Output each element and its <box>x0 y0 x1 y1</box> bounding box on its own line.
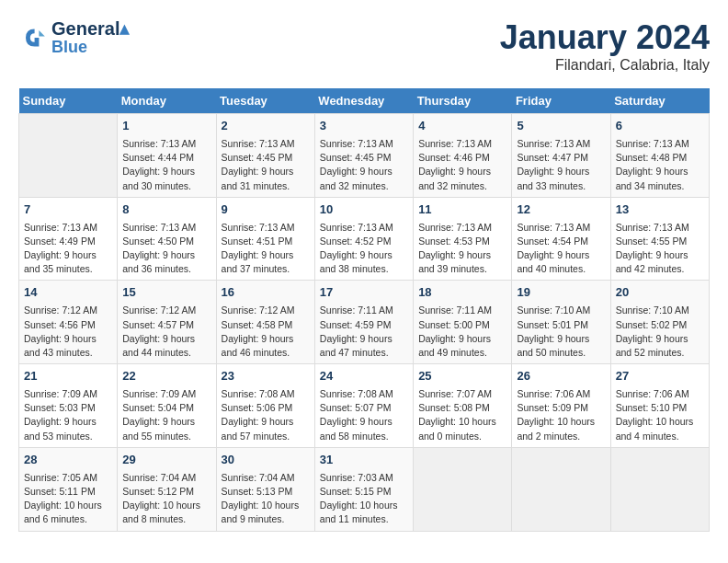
calendar-cell: 18Sunrise: 7:11 AM Sunset: 5:00 PM Dayli… <box>414 281 512 364</box>
weekday-header-wednesday: Wednesday <box>314 88 413 114</box>
calendar-cell: 3Sunrise: 7:13 AM Sunset: 4:45 PM Daylig… <box>314 114 413 198</box>
day-info: Sunrise: 7:11 AM Sunset: 5:00 PM Dayligh… <box>418 304 506 360</box>
calendar-cell: 8Sunrise: 7:13 AM Sunset: 4:50 PM Daylig… <box>118 197 216 281</box>
day-number: 26 <box>517 368 605 385</box>
day-number: 8 <box>122 201 210 219</box>
calendar-week-1: 1Sunrise: 7:13 AM Sunset: 4:44 PM Daylig… <box>19 114 710 198</box>
day-info: Sunrise: 7:04 AM Sunset: 5:12 PM Dayligh… <box>122 471 210 527</box>
location-title: Filandari, Calabria, Italy <box>500 57 710 74</box>
day-info: Sunrise: 7:12 AM Sunset: 4:58 PM Dayligh… <box>222 304 310 360</box>
weekday-header-monday: Monday <box>118 88 216 114</box>
weekday-header-friday: Friday <box>512 88 610 114</box>
day-number: 5 <box>517 118 605 135</box>
month-title: January 2024 <box>500 18 710 57</box>
day-info: Sunrise: 7:11 AM Sunset: 4:59 PM Dayligh… <box>320 304 408 360</box>
title-block: January 2024 Filandari, Calabria, Italy <box>500 18 710 74</box>
calendar-cell: 6Sunrise: 7:13 AM Sunset: 4:48 PM Daylig… <box>610 114 709 198</box>
day-number: 29 <box>122 452 210 469</box>
day-number: 13 <box>616 201 704 219</box>
calendar-cell <box>512 447 610 531</box>
calendar-cell: 11Sunrise: 7:13 AM Sunset: 4:53 PM Dayli… <box>414 197 512 281</box>
day-number: 28 <box>24 452 112 469</box>
calendar-cell: 31Sunrise: 7:03 AM Sunset: 5:15 PM Dayli… <box>314 447 413 531</box>
day-number: 14 <box>24 284 112 302</box>
day-number: 25 <box>418 368 506 385</box>
day-number: 16 <box>222 284 310 302</box>
logo-text: General▴ Blue <box>51 18 129 57</box>
day-number: 3 <box>320 118 408 135</box>
day-info: Sunrise: 7:13 AM Sunset: 4:44 PM Dayligh… <box>122 137 210 193</box>
logo: General▴ Blue <box>18 18 129 57</box>
day-info: Sunrise: 7:13 AM Sunset: 4:46 PM Dayligh… <box>418 137 506 193</box>
day-info: Sunrise: 7:12 AM Sunset: 4:57 PM Dayligh… <box>122 304 210 360</box>
calendar-cell: 2Sunrise: 7:13 AM Sunset: 4:45 PM Daylig… <box>216 114 314 198</box>
day-number: 9 <box>222 201 310 219</box>
day-info: Sunrise: 7:06 AM Sunset: 5:10 PM Dayligh… <box>616 387 704 443</box>
weekday-header-tuesday: Tuesday <box>216 88 314 114</box>
weekday-header-thursday: Thursday <box>414 88 512 114</box>
day-info: Sunrise: 7:07 AM Sunset: 5:08 PM Dayligh… <box>418 387 506 443</box>
day-number: 15 <box>122 284 210 302</box>
logo-icon <box>18 23 48 52</box>
calendar-week-3: 14Sunrise: 7:12 AM Sunset: 4:56 PM Dayli… <box>19 281 710 364</box>
day-info: Sunrise: 7:08 AM Sunset: 5:06 PM Dayligh… <box>222 387 310 443</box>
calendar-body: 1Sunrise: 7:13 AM Sunset: 4:44 PM Daylig… <box>19 114 710 532</box>
day-number: 21 <box>24 368 112 385</box>
day-info: Sunrise: 7:10 AM Sunset: 5:01 PM Dayligh… <box>517 304 605 360</box>
day-number: 4 <box>418 118 506 135</box>
day-number: 23 <box>222 368 310 385</box>
day-info: Sunrise: 7:12 AM Sunset: 4:56 PM Dayligh… <box>24 304 112 360</box>
day-info: Sunrise: 7:06 AM Sunset: 5:09 PM Dayligh… <box>517 387 605 443</box>
calendar-cell: 27Sunrise: 7:06 AM Sunset: 5:10 PM Dayli… <box>610 364 709 448</box>
day-info: Sunrise: 7:13 AM Sunset: 4:55 PM Dayligh… <box>616 221 704 277</box>
calendar-cell <box>610 447 709 531</box>
day-info: Sunrise: 7:13 AM Sunset: 4:48 PM Dayligh… <box>616 137 704 193</box>
day-info: Sunrise: 7:13 AM Sunset: 4:53 PM Dayligh… <box>418 221 506 277</box>
day-info: Sunrise: 7:04 AM Sunset: 5:13 PM Dayligh… <box>222 471 310 527</box>
calendar-week-4: 21Sunrise: 7:09 AM Sunset: 5:03 PM Dayli… <box>19 364 710 448</box>
day-number: 17 <box>320 284 408 302</box>
day-number: 10 <box>320 201 408 219</box>
calendar-cell: 20Sunrise: 7:10 AM Sunset: 5:02 PM Dayli… <box>610 281 709 364</box>
calendar-cell: 12Sunrise: 7:13 AM Sunset: 4:54 PM Dayli… <box>512 197 610 281</box>
calendar-cell <box>19 114 118 198</box>
calendar-cell: 21Sunrise: 7:09 AM Sunset: 5:03 PM Dayli… <box>19 364 118 448</box>
calendar-cell: 17Sunrise: 7:11 AM Sunset: 4:59 PM Dayli… <box>314 281 413 364</box>
day-info: Sunrise: 7:08 AM Sunset: 5:07 PM Dayligh… <box>320 387 408 443</box>
calendar-cell: 10Sunrise: 7:13 AM Sunset: 4:52 PM Dayli… <box>314 197 413 281</box>
calendar-cell: 19Sunrise: 7:10 AM Sunset: 5:01 PM Dayli… <box>512 281 610 364</box>
calendar-cell: 22Sunrise: 7:09 AM Sunset: 5:04 PM Dayli… <box>118 364 216 448</box>
day-info: Sunrise: 7:13 AM Sunset: 4:50 PM Dayligh… <box>122 221 210 277</box>
day-number: 31 <box>320 452 408 469</box>
calendar-cell: 7Sunrise: 7:13 AM Sunset: 4:49 PM Daylig… <box>19 197 118 281</box>
calendar-cell: 24Sunrise: 7:08 AM Sunset: 5:07 PM Dayli… <box>314 364 413 448</box>
day-info: Sunrise: 7:09 AM Sunset: 5:03 PM Dayligh… <box>24 387 112 443</box>
calendar-cell: 25Sunrise: 7:07 AM Sunset: 5:08 PM Dayli… <box>414 364 512 448</box>
calendar-table: SundayMondayTuesdayWednesdayThursdayFrid… <box>18 88 710 532</box>
weekday-header-row: SundayMondayTuesdayWednesdayThursdayFrid… <box>19 88 710 114</box>
calendar-cell: 13Sunrise: 7:13 AM Sunset: 4:55 PM Dayli… <box>610 197 709 281</box>
calendar-cell: 15Sunrise: 7:12 AM Sunset: 4:57 PM Dayli… <box>118 281 216 364</box>
calendar-cell: 30Sunrise: 7:04 AM Sunset: 5:13 PM Dayli… <box>216 447 314 531</box>
calendar-cell: 14Sunrise: 7:12 AM Sunset: 4:56 PM Dayli… <box>19 281 118 364</box>
day-info: Sunrise: 7:13 AM Sunset: 4:45 PM Dayligh… <box>320 137 408 193</box>
day-number: 22 <box>122 368 210 385</box>
day-number: 7 <box>24 201 112 219</box>
weekday-header-saturday: Saturday <box>610 88 709 114</box>
day-number: 20 <box>616 284 704 302</box>
day-info: Sunrise: 7:09 AM Sunset: 5:04 PM Dayligh… <box>122 387 210 443</box>
calendar-week-5: 28Sunrise: 7:05 AM Sunset: 5:11 PM Dayli… <box>19 447 710 531</box>
day-number: 6 <box>616 118 704 135</box>
calendar-cell: 26Sunrise: 7:06 AM Sunset: 5:09 PM Dayli… <box>512 364 610 448</box>
day-number: 2 <box>222 118 310 135</box>
day-number: 24 <box>320 368 408 385</box>
day-number: 19 <box>517 284 605 302</box>
day-info: Sunrise: 7:13 AM Sunset: 4:49 PM Dayligh… <box>24 221 112 277</box>
day-info: Sunrise: 7:13 AM Sunset: 4:52 PM Dayligh… <box>320 221 408 277</box>
calendar-cell <box>414 447 512 531</box>
calendar-cell: 1Sunrise: 7:13 AM Sunset: 4:44 PM Daylig… <box>118 114 216 198</box>
day-info: Sunrise: 7:13 AM Sunset: 4:45 PM Dayligh… <box>222 137 310 193</box>
calendar-cell: 9Sunrise: 7:13 AM Sunset: 4:51 PM Daylig… <box>216 197 314 281</box>
day-number: 11 <box>418 201 506 219</box>
calendar-cell: 29Sunrise: 7:04 AM Sunset: 5:12 PM Dayli… <box>118 447 216 531</box>
